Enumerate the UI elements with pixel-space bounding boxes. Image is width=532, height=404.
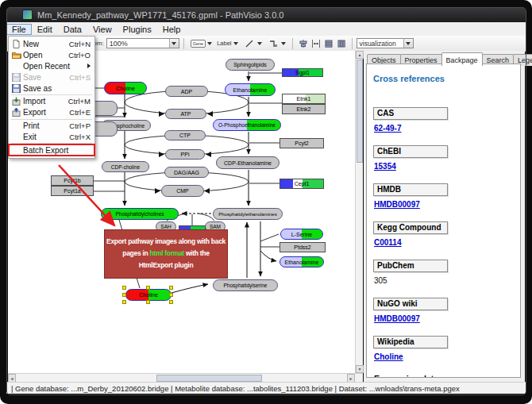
crossref-link-cas[interactable]: 62-49-7	[374, 124, 520, 133]
selection-handle[interactable]	[122, 286, 126, 290]
file-menu-new[interactable]: NewCtrl+N	[9, 39, 94, 50]
file-menu-import[interactable]: ImportCtrl+M	[9, 96, 94, 107]
canvas-vertical-scrollbar[interactable]: ▲ ▼	[355, 51, 363, 373]
stack-columns-icon[interactable]	[335, 37, 348, 49]
file-menu-exit[interactable]: ExitCtrl+X	[9, 131, 94, 142]
selection-handle[interactable]	[146, 286, 150, 290]
crossref-link-hmdb[interactable]: HMDB00097	[374, 200, 520, 209]
menu-view[interactable]: View	[87, 24, 118, 35]
node-etnk1[interactable]: Etnk1	[282, 94, 326, 104]
selection-handle[interactable]	[146, 300, 150, 304]
node-phosphatidylcholines[interactable]: Phosphatidylcholines	[101, 208, 179, 220]
node-pcyt2[interactable]: Pcyt2	[279, 138, 324, 148]
file-menu-save-as[interactable]: Save as	[9, 83, 94, 94]
menu-plugins[interactable]: Plugins	[118, 24, 157, 35]
align-center-icon[interactable]	[297, 37, 310, 49]
menu-edit[interactable]: Edit	[32, 24, 58, 35]
pathvisio-app-icon	[22, 10, 33, 20]
horizontal-scroll-thumb[interactable]	[156, 375, 262, 382]
file-menu-print[interactable]: PrintCtrl+P	[9, 121, 94, 132]
node-etnk2[interactable]: Etnk2	[282, 104, 326, 114]
node-cmp[interactable]: CMP	[161, 185, 204, 197]
scroll-up-icon[interactable]: ▲	[356, 51, 364, 59]
connector-tool-button[interactable]	[264, 37, 288, 50]
chevron-down-icon[interactable]	[257, 42, 262, 45]
zoom-combobox[interactable]: 100%	[106, 38, 179, 48]
node-pcyt1a[interactable]: Pcyt1a	[51, 186, 94, 196]
pathvisio-window: Mm_Kennedy_pathway_WP1771_45176.gpml - P…	[0, 0, 532, 404]
node-ctp[interactable]: CTP	[164, 130, 206, 140]
line-tool-icon	[243, 37, 256, 49]
backpage-panel: Cross references CAS 62-49-7 ChEBI 15354…	[366, 63, 521, 378]
node-o-phosphoethanolamine[interactable]: O-Phosphoethanolamine	[213, 119, 281, 131]
node-ppi[interactable]: PPi	[165, 149, 205, 160]
add-datanode-button[interactable]: Gene	[188, 39, 214, 48]
callout-highlight: html format	[149, 249, 183, 257]
file-menu-batch-export[interactable]: Batch Export	[9, 144, 94, 156]
visualization-value: visualization	[357, 40, 403, 48]
selection-handle[interactable]	[169, 286, 173, 290]
node-cept1[interactable]: Cept1	[279, 179, 324, 189]
crossrefs-heading: Cross references	[373, 74, 520, 83]
node-cdp-choline[interactable]: CDP-choline	[102, 161, 149, 172]
crossref-link-wikipedia[interactable]: Choline	[374, 352, 520, 361]
title-bar: Mm_Kennedy_pathway_WP1771_45176.gpml - P…	[6, 7, 526, 22]
node-l-serine[interactable]: L-Serine	[280, 229, 323, 240]
node-atp[interactable]: ATP	[165, 109, 206, 119]
crossref-source-kegg: Kegg Compound	[373, 221, 448, 234]
visualization-dropdown-icon[interactable]	[403, 39, 413, 48]
chevron-down-icon[interactable]	[281, 42, 286, 45]
crossref-source-cas: CAS	[373, 107, 448, 120]
stack-rows-icon[interactable]	[322, 37, 335, 49]
node-choline-top[interactable]: Choline	[104, 82, 147, 94]
file-menu-save[interactable]: SaveCtrl+S	[9, 71, 94, 83]
selection-handle[interactable]	[169, 300, 173, 304]
chevron-down-icon[interactable]	[233, 42, 238, 45]
zoom-dropdown-icon[interactable]	[169, 39, 179, 48]
menu-data[interactable]: Data	[58, 24, 87, 35]
line-tool-button[interactable]	[241, 37, 264, 50]
crossref-link-chebi[interactable]: 15354	[374, 162, 520, 171]
menu-bar: File Edit Data View Plugins Help	[6, 22, 526, 37]
add-label-button[interactable]: Label	[214, 39, 240, 48]
node-dag-aag[interactable]: DAG/AAG	[164, 167, 209, 178]
file-menu-open[interactable]: OpenCtrl+O	[9, 50, 94, 61]
file-menu-export[interactable]: ExportCtrl+E	[9, 107, 94, 118]
node-ptdss2[interactable]: Ptdss2	[279, 242, 326, 252]
distribute-horizontal-icon[interactable]	[310, 37, 322, 49]
node-sgpl1[interactable]: Sgpl1	[282, 68, 323, 77]
chevron-down-icon[interactable]	[207, 42, 212, 45]
crossref-source-hmdb: HMDB	[373, 183, 448, 196]
status-bar: | Gene database: ...m_Derby_20120602.bri…	[6, 382, 526, 394]
menu-file[interactable]: File	[6, 24, 32, 35]
node-choline-bottom[interactable]: Choline	[125, 289, 172, 301]
node-phosphatidylethanolamines[interactable]: Phosphatidylethanolamines	[213, 208, 283, 220]
menu-separator	[11, 143, 92, 144]
crossref-source-pubchem: PubChem	[373, 260, 448, 272]
crossref-source-chebi: ChEBI	[373, 145, 448, 158]
visualization-combobox[interactable]: visualization	[357, 38, 414, 48]
menu-separator	[11, 94, 92, 95]
crossref-source-wikipedia: Wikipedia	[373, 336, 448, 348]
vertical-scroll-thumb[interactable]	[357, 60, 363, 163]
scroll-down-icon[interactable]: ▼	[356, 365, 364, 373]
selection-handle[interactable]	[122, 293, 126, 297]
selection-handle[interactable]	[169, 293, 173, 297]
menu-separator	[11, 119, 92, 120]
node-sphingolipids[interactable]: Sphingolipids	[226, 59, 275, 71]
label-tool-text: Label	[217, 40, 231, 47]
crossref-link-kegg[interactable]: C00114	[374, 238, 520, 247]
canvas-horizontal-scrollbar[interactable]: ◄ ►	[8, 373, 363, 382]
node-ethanolamine-low[interactable]: Ethanolamine	[279, 256, 324, 267]
tab-backpage[interactable]: Backpage	[441, 52, 483, 66]
node-adp[interactable]: ADP	[165, 86, 208, 97]
node-cdp-ethanolamine[interactable]: CDP-Ethanolamine	[216, 156, 279, 169]
node-pcyt1b[interactable]: Pcyt1b	[51, 175, 94, 186]
node-ethanolamine-top[interactable]: Ethanolamine	[225, 83, 276, 96]
crossref-link-nugo[interactable]: HMDB00097	[374, 314, 520, 323]
node-phosphatidylserine[interactable]: Phosphatidylserine	[213, 279, 278, 291]
callout-line2: pages in html format with the	[105, 248, 227, 260]
file-menu-open-recent[interactable]: Open Recent	[9, 61, 94, 72]
menu-help[interactable]: Help	[157, 24, 187, 35]
selection-handle[interactable]	[122, 300, 126, 304]
